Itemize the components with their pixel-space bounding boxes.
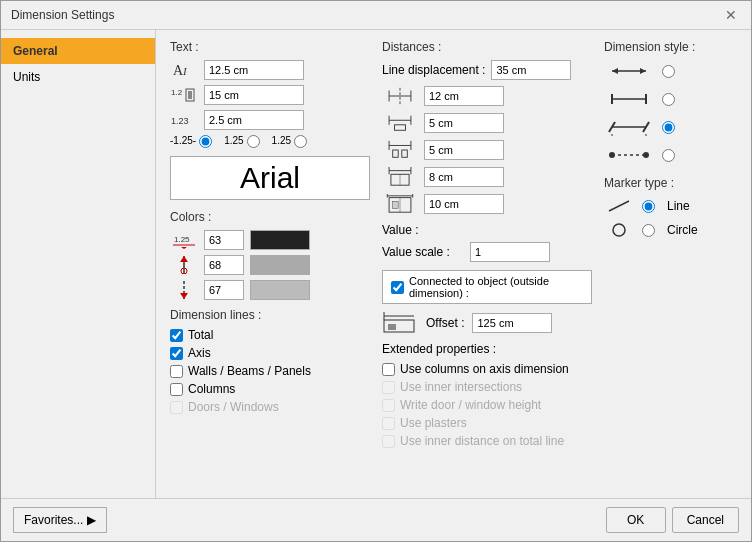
marker-row-circle: Circle (604, 220, 737, 240)
ext-columns-axis-label: Use columns on axis dimension (400, 362, 569, 376)
ok-button[interactable]: OK (606, 507, 666, 533)
favorites-button[interactable]: Favorites... ▶ (13, 507, 107, 533)
text-icon-1: AI (170, 60, 198, 80)
dimline-total: Total (170, 328, 370, 342)
right-column: Dimension style : (604, 40, 737, 488)
dim-style-radio-2[interactable] (662, 93, 675, 106)
text-align-option-2[interactable]: 1.25 (224, 135, 259, 148)
dim-style-icon-3 (604, 116, 654, 138)
ext-inner-intersections-label: Use inner intersections (400, 380, 522, 394)
dimline-axis-checkbox[interactable] (170, 347, 183, 360)
dist-input-4[interactable] (424, 167, 504, 187)
dist-icon-5 (382, 193, 418, 215)
marker-line-icon (604, 196, 634, 216)
line-displacement-row: Line displacement : (382, 60, 592, 80)
dimline-walls-checkbox[interactable] (170, 365, 183, 378)
svg-marker-8 (181, 247, 187, 249)
ext-inner-intersections-checkbox[interactable] (382, 381, 395, 394)
dialog-title: Dimension Settings (11, 8, 114, 22)
sidebar-item-general[interactable]: General (1, 38, 155, 64)
color-num-3[interactable] (204, 280, 244, 300)
svg-rect-39 (388, 324, 396, 330)
dist-row-2 (382, 112, 592, 134)
dist-row-3 (382, 139, 592, 161)
dialog-body: General Units Text : AI (1, 30, 751, 498)
dist-row-4 (382, 166, 592, 188)
close-button[interactable]: ✕ (721, 7, 741, 23)
ext-columns-axis-checkbox[interactable] (382, 363, 395, 376)
footer-left: Favorites... ▶ (13, 507, 107, 533)
color-icon-3 (170, 280, 198, 300)
svg-rect-25 (393, 150, 398, 157)
dimline-axis-label: Axis (188, 346, 211, 360)
text-size-input-2[interactable] (204, 85, 304, 105)
dist-input-1[interactable] (424, 86, 504, 106)
svg-rect-21 (395, 125, 406, 130)
dimline-columns-label: Columns (188, 382, 235, 396)
connected-checkbox[interactable] (391, 281, 404, 294)
text-align-radio-row: -1.25- 1.25 1.25 (170, 135, 370, 148)
cancel-button[interactable]: Cancel (672, 507, 739, 533)
dist-input-2[interactable] (424, 113, 504, 133)
svg-rect-26 (402, 150, 407, 157)
dim-style-section: Dimension style : (604, 40, 737, 166)
dim-style-radio-4[interactable] (662, 149, 675, 162)
connected-section: Connected to object (outside dimension) … (382, 270, 592, 334)
svg-text:1.25: 1.25 (174, 235, 190, 244)
dimline-total-checkbox[interactable] (170, 329, 183, 342)
sidebar: General Units (1, 30, 156, 498)
marker-section: Marker type : Line (604, 176, 737, 240)
color-swatch-2[interactable] (250, 255, 310, 275)
color-num-2[interactable] (204, 255, 244, 275)
dist-icon-1 (382, 85, 418, 107)
sidebar-item-units[interactable]: Units (1, 64, 155, 90)
dimline-columns-checkbox[interactable] (170, 383, 183, 396)
marker-circle-radio[interactable] (642, 224, 655, 237)
dim-style-row-4 (604, 144, 737, 166)
dimline-doors-checkbox[interactable] (170, 401, 183, 414)
dim-style-radio-3[interactable] (662, 121, 675, 134)
text-align-option-3[interactable]: 1.25 (272, 135, 307, 148)
text-align-option-1[interactable]: -1.25- (170, 135, 212, 148)
distances-title: Distances : (382, 40, 592, 54)
svg-text:1.2: 1.2 (171, 88, 183, 97)
ext-door-window-height-checkbox[interactable] (382, 399, 395, 412)
ext-inner-distance-checkbox[interactable] (382, 435, 395, 448)
font-preview[interactable]: Arial (170, 156, 370, 200)
svg-marker-10 (180, 256, 188, 262)
ext-plasters: Use plasters (382, 416, 592, 430)
dim-style-radio-1[interactable] (662, 65, 675, 78)
text-section-title: Text : (170, 40, 370, 54)
color-swatch-1[interactable] (250, 230, 310, 250)
ext-plasters-checkbox[interactable] (382, 417, 395, 430)
marker-row-line: Line (604, 196, 737, 216)
color-num-1[interactable] (204, 230, 244, 250)
text-section: Text : AI 1.2 (170, 40, 370, 200)
color-row-2 (170, 255, 370, 275)
middle-column: Distances : Line displacement : (382, 40, 592, 488)
text-size-input-1[interactable] (204, 60, 304, 80)
ext-door-window-height: Write door / window height (382, 398, 592, 412)
dimline-axis: Axis (170, 346, 370, 360)
left-column: Text : AI 1.2 (170, 40, 370, 488)
value-scale-input[interactable] (470, 242, 550, 262)
ext-inner-distance-label: Use inner distance on total line (400, 434, 564, 448)
dim-style-row-1 (604, 60, 737, 82)
dimline-columns: Columns (170, 382, 370, 396)
ext-inner-distance: Use inner distance on total line (382, 434, 592, 448)
extended-title: Extended properties : (382, 342, 592, 356)
text-row-3: 1.23 (170, 110, 370, 130)
dimline-walls: Walls / Beams / Panels (170, 364, 370, 378)
extended-section: Extended properties : Use columns on axi… (382, 342, 592, 448)
dist-input-5[interactable] (424, 194, 504, 214)
footer-right: OK Cancel (606, 507, 739, 533)
dim-style-row-2 (604, 88, 737, 110)
color-swatch-3[interactable] (250, 280, 310, 300)
marker-circle-label: Circle (667, 223, 698, 237)
line-displacement-input[interactable] (491, 60, 571, 80)
offset-input[interactable] (472, 313, 552, 333)
marker-line-radio[interactable] (642, 200, 655, 213)
text-size-input-3[interactable] (204, 110, 304, 130)
svg-rect-4 (188, 91, 192, 99)
dist-input-3[interactable] (424, 140, 504, 160)
